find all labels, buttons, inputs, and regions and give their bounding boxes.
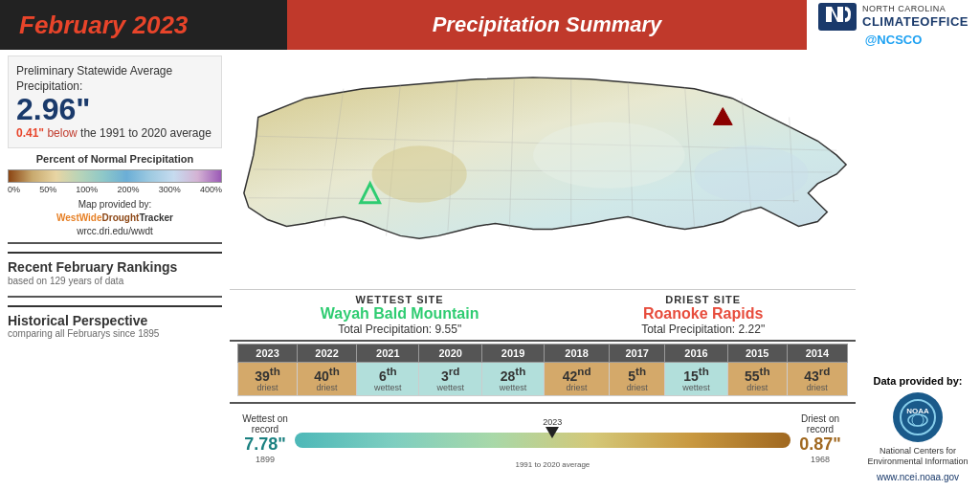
historical-title: Historical Perspective	[8, 313, 222, 328]
left-divider-2	[8, 296, 222, 298]
svg-point-13	[533, 122, 685, 188]
left-divider-1	[8, 242, 222, 244]
year-header-2016: 2016	[665, 345, 727, 363]
sites-section: WETTEST SITE Wayah Bald Mountain Total P…	[230, 289, 856, 342]
twitter-handle: @NCSCO	[865, 33, 923, 47]
driest-site-info: DRIEST SITE Roanoke Rapids Total Precipi…	[641, 294, 765, 336]
data-provider-section: Data provided by: NOAA National Centers …	[863, 375, 972, 482]
avg-precip-value: 2.96"	[16, 94, 213, 124]
data-provider-label: Data provided by:	[863, 375, 972, 387]
year-header-2020: 2020	[419, 345, 481, 363]
current-year-marker: 2023	[543, 417, 562, 438]
rank-2015: 55th driest	[727, 363, 787, 396]
rank-2023: 39th driest	[238, 363, 298, 396]
rank-2016: 15th wettest	[665, 363, 727, 396]
historical-subtitle: comparing all Februarys since 1895	[8, 328, 222, 339]
wettest-site-precip: Total Precipitation: 9.55"	[321, 323, 479, 336]
historical-label-section: Historical Perspective comparing all Feb…	[8, 305, 222, 339]
content-body: Preliminary Statewide Average Precipitat…	[0, 50, 980, 490]
nc-logo: NORTH CAROLINA CLIMATEOFFICE	[818, 3, 969, 31]
avg-precip-label: Preliminary Statewide Average Precipitat…	[16, 64, 213, 94]
legend-section: Percent of Normal Precipitation 0% 50% 1…	[8, 152, 222, 194]
page-title: Precipitation Summary	[433, 12, 662, 37]
rankings-header-row: 2023 2022 2021 2020 2019 2018 2017 2016 …	[238, 345, 848, 363]
legend-title: Percent of Normal Precipitation	[8, 152, 222, 166]
rankings-title: Recent February Rankings	[8, 259, 222, 276]
rankings-subtitle: based on 129 years of data	[8, 276, 222, 286]
rank-2019: 28th wettest	[481, 363, 544, 396]
driest-site-type: DRIEST SITE	[641, 294, 765, 305]
rankings-data-row: 39th driest 40th driest 6th wettest 3r	[238, 363, 848, 396]
svg-point-12	[372, 145, 467, 202]
ncei-org: National Centers for Environmental Infor…	[863, 446, 972, 468]
header-center: Precipitation Summary	[287, 0, 807, 50]
header: February 2023 Precipitation Summary NORT…	[0, 0, 980, 50]
current-year-triangle	[546, 427, 559, 438]
avg-label: 1991 to 2020 average	[515, 460, 590, 469]
center-column: WETTEST SITE Wayah Bald Mountain Total P…	[230, 50, 856, 490]
year-header-2023: 2023	[238, 345, 298, 363]
wettest-site-name: Wayah Bald Mountain	[321, 305, 479, 323]
org-name: NORTH CAROLINA CLIMATEOFFICE	[862, 4, 969, 29]
header-left: February 2023	[0, 0, 287, 50]
year-header-2021: 2021	[357, 345, 419, 363]
rankings-label-section: Recent February Rankings based on 129 ye…	[8, 252, 222, 292]
svg-point-15	[901, 400, 935, 434]
driest-site-precip: Total Precipitation: 2.22"	[641, 323, 765, 336]
year-header-2017: 2017	[609, 345, 664, 363]
wettest-site-type: WETTEST SITE	[321, 294, 479, 305]
rank-2017: 5th driest	[609, 363, 664, 396]
avg-precip-section: Preliminary Statewide Average Precipitat…	[8, 56, 222, 148]
legend-bar	[8, 169, 222, 183]
ncei-url: www.ncei.noaa.gov	[863, 472, 972, 482]
year-header-2019: 2019	[481, 345, 544, 363]
header-right: NORTH CAROLINA CLIMATEOFFICE @NCSCO	[807, 0, 980, 50]
month-year-title: February 2023	[19, 11, 188, 40]
driest-site-name: Roanoke Rapids	[641, 305, 765, 323]
rank-2014: 43rd driest	[787, 363, 847, 396]
wettest-record: Wettest on record 7.78" 1899	[237, 413, 293, 464]
left-column: Preliminary Statewide Average Precipitat…	[0, 50, 230, 490]
avg-below-text: 0.41" below the 1991 to 2020 average	[16, 126, 213, 140]
below-amount: 0.41"	[16, 126, 44, 140]
map-section	[230, 50, 856, 289]
nc-map	[230, 50, 856, 289]
rank-2018: 42nd driest	[545, 363, 610, 396]
rankings-table: 2023 2022 2021 2020 2019 2018 2017 2016 …	[237, 344, 848, 396]
legend-labels: 0% 50% 100% 200% 300% 400%	[8, 185, 222, 194]
nc-badge	[818, 3, 857, 31]
noaa-logo: NOAA	[893, 392, 943, 442]
year-header-2018: 2018	[545, 345, 610, 363]
rankings-table-row: 2023 2022 2021 2020 2019 2018 2017 2016 …	[230, 342, 856, 404]
year-header-2014: 2014	[787, 345, 847, 363]
rank-2020: 3rd wettest	[419, 363, 481, 396]
year-header-2015: 2015	[727, 345, 787, 363]
wettest-site-info: WETTEST SITE Wayah Bald Mountain Total P…	[321, 294, 479, 336]
rank-2021: 6th wettest	[357, 363, 419, 396]
right-column: Data provided by: NOAA National Centers …	[856, 50, 980, 490]
historical-row: Wettest on record 7.78" 1899 Driest on r…	[230, 404, 856, 490]
svg-point-14	[695, 145, 809, 202]
map-credit: Map provided by: WestWideDroughtTracker …	[8, 198, 222, 238]
rank-2022: 40th driest	[298, 363, 357, 396]
year-header-2022: 2022	[298, 345, 357, 363]
driest-record: Driest on record 0.87" 1968	[792, 413, 848, 464]
month-year-text: February 2023	[19, 11, 188, 39]
